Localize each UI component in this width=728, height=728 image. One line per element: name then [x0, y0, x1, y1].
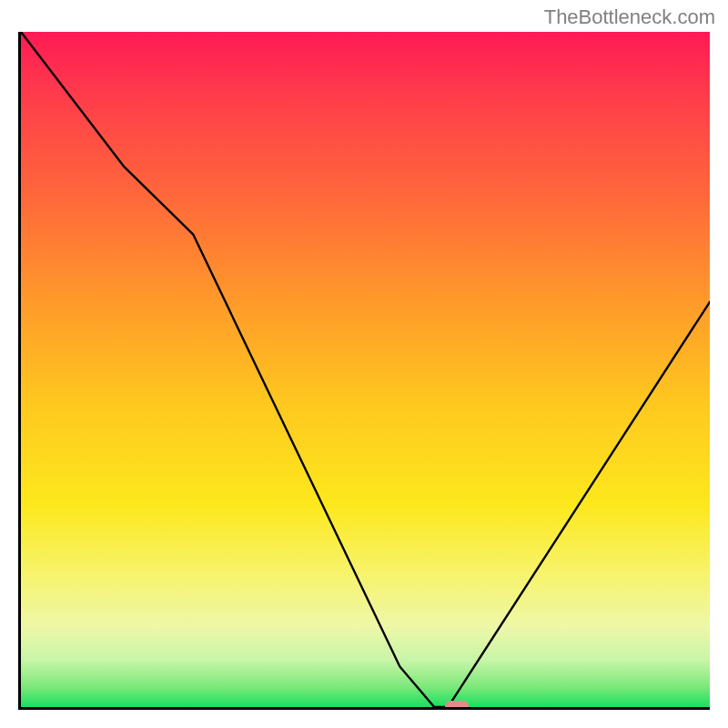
bottleneck-curve-line	[21, 32, 710, 707]
bottleneck-chart: TheBottleneck.com	[0, 0, 728, 728]
optimal-point-marker	[445, 701, 469, 710]
plot-area	[18, 32, 710, 710]
watermark-text: TheBottleneck.com	[544, 5, 715, 29]
curve-svg	[21, 32, 710, 707]
